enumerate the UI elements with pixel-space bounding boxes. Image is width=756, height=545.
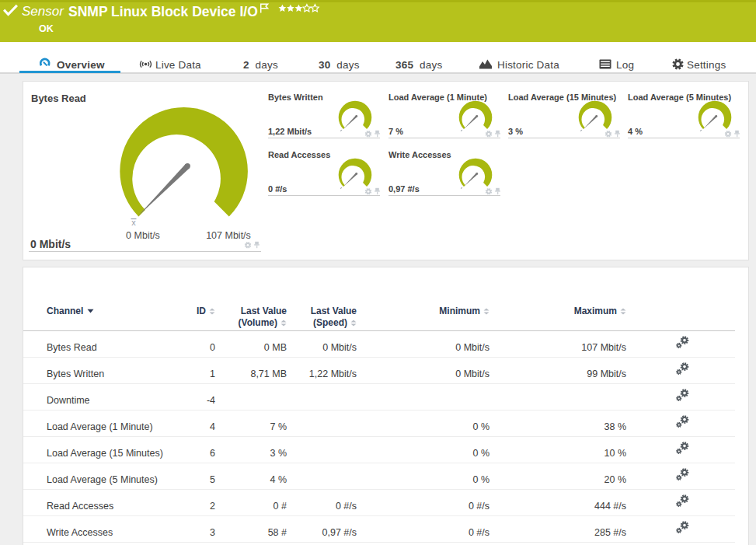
svg-text:x: x [131,218,136,227]
